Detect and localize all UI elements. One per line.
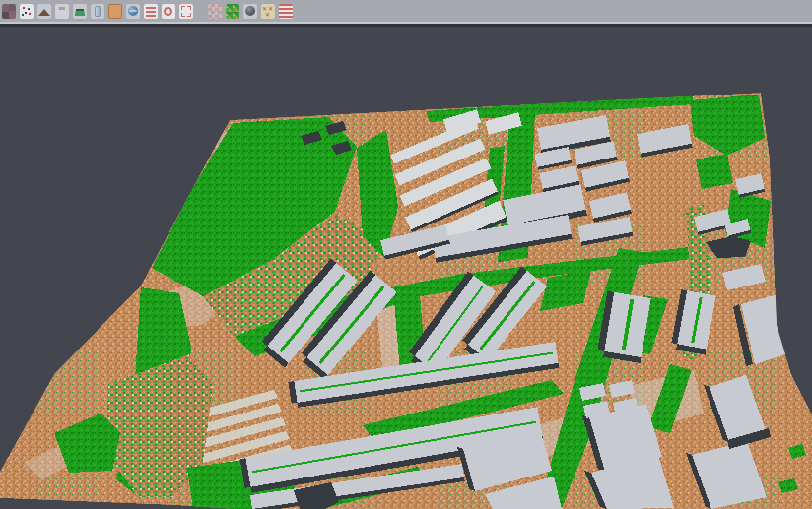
globe-icon[interactable] <box>126 4 140 19</box>
layer-list-icon[interactable] <box>144 4 158 19</box>
striped-layers-icon[interactable] <box>279 4 293 19</box>
toolbar <box>0 0 812 22</box>
3d-viewport[interactable] <box>0 0 812 509</box>
toolbar-separator <box>197 11 204 12</box>
dem-hill-icon[interactable] <box>37 4 51 19</box>
sparse-points-icon[interactable] <box>55 4 69 19</box>
terrain-model-icon[interactable] <box>73 4 87 19</box>
target-ring-icon[interactable] <box>162 4 175 19</box>
box-icon[interactable] <box>91 4 104 19</box>
viewport-canvas[interactable] <box>0 0 812 509</box>
region-brackets-icon[interactable] <box>179 4 193 19</box>
top-bar <box>0 0 812 27</box>
mesh-sphere-icon[interactable] <box>243 4 257 19</box>
markers-icon[interactable] <box>261 4 275 19</box>
tie-points-icon[interactable] <box>20 4 34 19</box>
orthomosaic-icon[interactable] <box>108 4 122 19</box>
grid-checker-icon[interactable] <box>208 4 222 19</box>
toolbar-seam <box>0 24 812 27</box>
application-window <box>0 0 812 509</box>
classified-raster-icon[interactable] <box>226 4 239 19</box>
workspace-icon[interactable] <box>2 4 16 19</box>
